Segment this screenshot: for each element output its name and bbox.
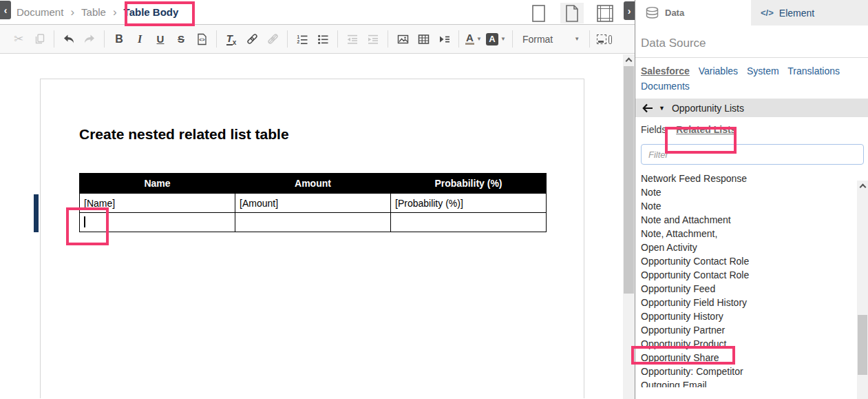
copy-button[interactable]: [31, 30, 47, 48]
bulleted-list-button[interactable]: [315, 30, 331, 48]
subtab-fields[interactable]: Fields: [641, 124, 666, 135]
italic-button[interactable]: I: [131, 30, 148, 48]
filter-input[interactable]: [641, 144, 864, 165]
insert-template-button[interactable]: [436, 30, 452, 48]
subtab-related-lists[interactable]: Related Lists: [676, 124, 736, 135]
insert-table-button[interactable]: [415, 30, 432, 48]
list-item[interactable]: Opportunity Field History: [641, 296, 868, 309]
background-color-button[interactable]: A▼: [486, 30, 506, 48]
table-cell-probability-field[interactable]: [Probability (%)]: [391, 194, 547, 213]
outdent-button[interactable]: [344, 30, 361, 48]
table-cell-empty[interactable]: [235, 213, 391, 232]
source-link-documents[interactable]: Documents: [641, 81, 690, 92]
related-list-table[interactable]: Name Amount Probability (%) [Name] [Amou…: [79, 173, 547, 232]
container-button[interactable]: [596, 30, 613, 48]
tab-data[interactable]: Data: [635, 0, 751, 25]
sidebar-scrollbar-thumb[interactable]: [858, 315, 867, 375]
table-cell-empty-focused[interactable]: [80, 213, 235, 232]
list-item[interactable]: Note: [641, 199, 868, 213]
list-item-opportunity-product[interactable]: Opportunity Product: [641, 337, 868, 351]
document-heading[interactable]: Create nested related list table: [79, 126, 289, 143]
table-cell-name-field[interactable]: [Name]: [80, 194, 235, 213]
list-item[interactable]: Note and Attachment: [641, 213, 868, 227]
list-item[interactable]: Opportunity Share: [641, 351, 868, 365]
source-link-translations[interactable]: Translations: [787, 65, 840, 76]
source-link-salesforce[interactable]: Salesforce: [641, 65, 690, 76]
chevron-down-icon: ▼: [500, 36, 506, 42]
filter-container: [635, 135, 868, 165]
breadcrumb-item-table[interactable]: Table: [81, 6, 106, 18]
list-item[interactable]: Note: [641, 185, 868, 199]
svg-text:<>: <>: [199, 37, 204, 42]
cut-button[interactable]: ✂: [10, 30, 27, 48]
undo-icon: [63, 33, 75, 45]
breadcrumb-separator-icon: ›: [70, 6, 74, 19]
list-item[interactable]: Open Activity: [641, 241, 868, 254]
text-color-button[interactable]: A▼: [465, 30, 482, 48]
remove-format-button[interactable]: Tx: [223, 30, 240, 48]
document-page[interactable]: Create nested related list table Name Am…: [40, 79, 584, 398]
dropdown-caret-icon[interactable]: ▼: [659, 105, 665, 112]
source-link-variables[interactable]: Variables: [699, 65, 738, 76]
list-item[interactable]: Opportunity Feed: [641, 282, 868, 296]
bold-button[interactable]: B: [111, 30, 127, 48]
editor-scrollbar-thumb[interactable]: [624, 66, 634, 294]
table-row: [80, 213, 547, 232]
list-item[interactable]: Network Feed Response: [641, 172, 868, 185]
list-item[interactable]: Opportunity: Competitor: [641, 365, 868, 378]
editor-toolbar: ✂ B I U S <> Tx: [0, 25, 635, 54]
related-lists-list: Network Feed Response Note Note Note and…: [635, 172, 868, 387]
redo-button[interactable]: [81, 30, 98, 48]
source-link-system[interactable]: System: [747, 65, 779, 76]
list-item[interactable]: Opportunity Partner: [641, 323, 868, 337]
source-field-button[interactable]: <>: [193, 30, 210, 48]
background-color-icon: A: [486, 33, 498, 45]
sidebar-scrollbar[interactable]: [857, 181, 868, 399]
breadcrumb-separator-icon: ›: [113, 6, 117, 19]
database-icon: [645, 6, 659, 19]
table-header-amount[interactable]: Amount: [235, 174, 391, 194]
undo-button[interactable]: [61, 30, 77, 48]
list-item[interactable]: Opportunity Contact Role: [641, 268, 868, 282]
table-header-row: Name Amount Probability (%): [80, 174, 547, 194]
list-item[interactable]: Opportunity History: [641, 309, 868, 323]
collapse-left-button[interactable]: ‹: [0, 1, 11, 19]
scroll-up-arrow-icon[interactable]: [623, 54, 635, 65]
source-links-row2: Documents: [641, 79, 862, 94]
toolbar-separator: [337, 30, 338, 48]
table-cell-empty[interactable]: [391, 213, 547, 232]
insert-image-button[interactable]: [394, 30, 411, 48]
collapse-right-button[interactable]: ›: [624, 1, 635, 20]
unlink-button[interactable]: [264, 30, 281, 48]
editor-scrollbar[interactable]: [623, 54, 635, 399]
scroll-up-arrow-icon[interactable]: [857, 181, 868, 192]
chevron-left-icon: ‹: [4, 5, 8, 16]
numbered-list-button[interactable]: 12: [294, 30, 310, 48]
sidebar-tabbar: Data </> Element: [635, 0, 868, 25]
strikethrough-icon: S: [178, 33, 184, 45]
list-item[interactable]: Note, Attachment,: [641, 227, 868, 241]
context-bar: ▼ Opportunity Lists: [635, 99, 868, 117]
chevron-down-icon: ▼: [574, 36, 580, 42]
list-item[interactable]: Opportunity Contact Role: [641, 254, 868, 268]
chevron-right-icon: ›: [628, 6, 631, 17]
page-plain-icon[interactable]: [527, 3, 551, 23]
table-header-name[interactable]: Name: [80, 174, 235, 194]
strikethrough-button[interactable]: S: [173, 30, 189, 48]
image-icon: [397, 34, 409, 45]
link-button[interactable]: [244, 30, 260, 48]
table-header-probability[interactable]: Probability (%): [391, 174, 547, 194]
page-dogear-icon[interactable]: [560, 3, 584, 23]
breadcrumb-item-table-body[interactable]: Table Body: [124, 6, 179, 18]
editor-pane: ‹ Document › Table › Table Body › ✂: [0, 0, 635, 399]
underline-button[interactable]: U: [152, 30, 169, 48]
breadcrumb-item-document[interactable]: Document: [17, 6, 63, 18]
format-dropdown[interactable]: Format▼: [517, 34, 585, 45]
back-button[interactable]: [642, 103, 653, 113]
table-cell-amount-field[interactable]: [Amount]: [235, 194, 391, 213]
page-margins-icon[interactable]: [593, 3, 617, 23]
toolbar-separator: [54, 30, 54, 48]
list-item[interactable]: Outgoing Email: [641, 378, 868, 387]
indent-button[interactable]: [365, 30, 381, 48]
tab-element[interactable]: </> Element: [751, 0, 868, 25]
